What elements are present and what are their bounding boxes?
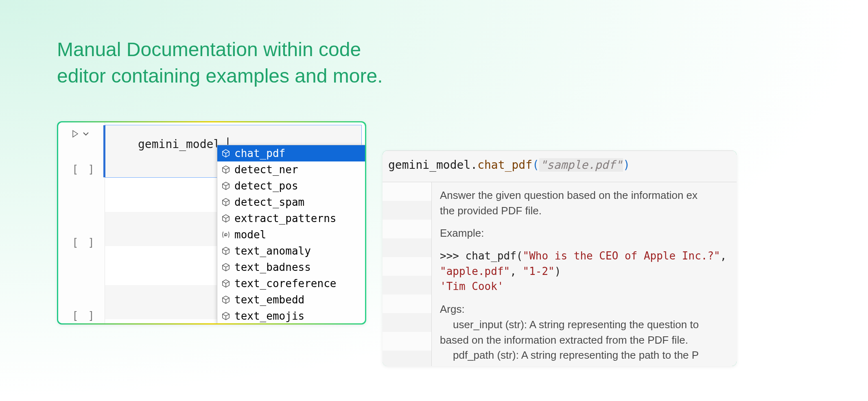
doc-arg-user-input: user_input (str): A string representing … <box>440 317 728 333</box>
autocomplete-item-label: text_emojis <box>234 310 304 322</box>
autocomplete-item-label: model <box>234 229 266 241</box>
doc-arg-pdf-path: pdf_path (str): A string representing th… <box>440 348 728 363</box>
chevron-down-icon <box>81 129 91 140</box>
editor-gutter <box>384 182 431 365</box>
page-heading: Manual Documentation within code editor … <box>57 37 383 89</box>
autocomplete-item-label: extract_patterns <box>234 212 336 224</box>
editor-gutter: [ ] [ ] [ ] <box>58 122 105 323</box>
autocomplete-item-text_coreference[interactable]: text_coreference <box>217 275 365 292</box>
autocomplete-popup[interactable]: chat_pdfdetect_nerdetect_posdetect_spame… <box>217 145 365 323</box>
cube-icon <box>221 165 230 174</box>
heading-line-2: editor containing examples and more. <box>57 63 383 89</box>
autocomplete-item-label: text_badness <box>234 261 311 273</box>
editor-panel-docstring: gemini_model.chat_pdf("sample.pdf") Answ… <box>383 150 737 366</box>
cube-icon <box>221 295 230 304</box>
autocomplete-item-label: detect_pos <box>234 180 298 192</box>
play-icon <box>70 129 80 140</box>
cube-icon <box>221 246 230 255</box>
cube-icon <box>221 198 230 207</box>
autocomplete-item-text_emojis[interactable]: text_emojis <box>217 308 365 323</box>
autocomplete-item-label: text_anomaly <box>234 245 311 257</box>
autocomplete-item-text_embedd[interactable]: text_embedd <box>217 292 365 308</box>
autocomplete-item-label: detect_ner <box>234 163 298 176</box>
autocomplete-item-label: text_embedd <box>234 294 304 306</box>
svg-marker-0 <box>73 131 78 137</box>
cell-marker: [ ] <box>72 163 96 175</box>
autocomplete-item-label: text_coreference <box>234 277 336 290</box>
code-line: gemini_model.chat_pdf("sample.pdf") <box>388 158 630 172</box>
autocomplete-item-extract_patterns[interactable]: extract_patterns <box>217 210 365 227</box>
active-cell-indicator <box>103 125 105 177</box>
cell-marker: [ ] <box>72 236 96 248</box>
cell-marker: [ ] <box>72 309 96 322</box>
cube-icon <box>221 214 230 223</box>
autocomplete-item-label: chat_pdf <box>234 147 285 159</box>
cube-icon <box>221 149 230 158</box>
cube-icon <box>221 263 230 272</box>
doc-summary: Answer the given question based on the i… <box>440 188 728 218</box>
code-text: gemini_model. <box>138 137 228 151</box>
editor-panel-autocomplete: [ ] [ ] [ ] gemini_model. chat_pdfdetect… <box>57 121 366 325</box>
doc-example-label: Example: <box>440 226 728 241</box>
autocomplete-item-model[interactable]: model <box>217 227 365 243</box>
heading-line-1: Manual Documentation within code <box>57 37 383 63</box>
run-cell-button[interactable] <box>70 129 91 140</box>
cube-icon <box>221 279 230 288</box>
autocomplete-item-chat_pdf[interactable]: chat_pdf <box>217 145 365 161</box>
autocomplete-item-text_badness[interactable]: text_badness <box>217 259 365 275</box>
autocomplete-item-detect_spam[interactable]: detect_spam <box>217 194 365 210</box>
doc-arg-user-input-cont: based on the information extracted from … <box>440 333 728 348</box>
doc-example-code: >>> chat_pdf("Who is the CEO of Apple In… <box>440 248 728 294</box>
variable-icon <box>221 230 230 239</box>
autocomplete-item-detect_ner[interactable]: detect_ner <box>217 161 365 178</box>
autocomplete-item-label: detect_spam <box>234 196 304 208</box>
doc-args-label: Args: <box>440 302 728 317</box>
cube-icon <box>221 181 230 190</box>
docstring-tooltip: Answer the given question based on the i… <box>431 182 735 365</box>
code-cell-active[interactable]: gemini_model.chat_pdf("sample.pdf") <box>384 152 735 182</box>
autocomplete-item-detect_pos[interactable]: detect_pos <box>217 178 365 194</box>
cube-icon <box>221 312 230 320</box>
autocomplete-item-text_anomaly[interactable]: text_anomaly <box>217 243 365 259</box>
